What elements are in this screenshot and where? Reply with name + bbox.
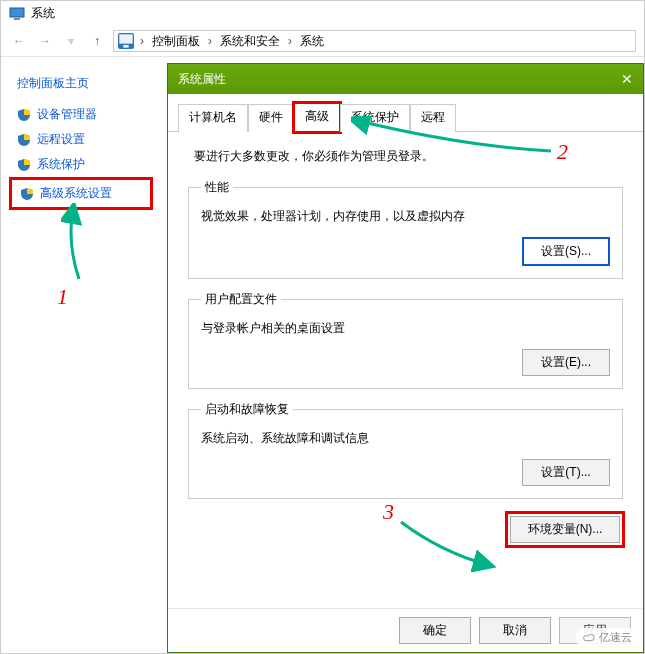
breadcrumb-item[interactable]: 控制面板 <box>150 33 202 50</box>
annotation-arrow-1 <box>61 203 91 283</box>
group-startup-desc: 系统启动、系统故障和调试信息 <box>201 428 610 459</box>
group-user-profiles-desc: 与登录帐户相关的桌面设置 <box>201 318 610 349</box>
performance-settings-button[interactable]: 设置(S)... <box>522 237 610 266</box>
dropdown-history-icon[interactable]: ▾ <box>61 31 81 51</box>
sidebar-item-label: 高级系统设置 <box>40 185 112 202</box>
user-profiles-settings-button[interactable]: 设置(E)... <box>522 349 610 376</box>
computer-icon <box>9 6 25 22</box>
annotation-highlight-3: 环境变量(N)... <box>505 511 625 548</box>
svg-rect-1 <box>14 18 20 20</box>
svg-rect-3 <box>123 45 128 48</box>
annotation-number-3: 3 <box>383 499 394 525</box>
svg-rect-2 <box>119 34 132 43</box>
group-startup-legend: 启动和故障恢复 <box>201 401 293 418</box>
monitor-icon <box>118 33 134 49</box>
group-user-profiles: 用户配置文件 与登录帐户相关的桌面设置 设置(E)... <box>188 291 623 389</box>
sidebar-item-label: 系统保护 <box>37 156 85 173</box>
group-performance-desc: 视觉效果，处理器计划，内存使用，以及虚拟内存 <box>201 206 610 237</box>
sidebar-item-remote-settings[interactable]: 远程设置 <box>11 127 151 152</box>
group-startup-recovery: 启动和故障恢复 系统启动、系统故障和调试信息 设置(T)... <box>188 401 623 499</box>
breadcrumb[interactable]: › 控制面板 › 系统和安全 › 系统 <box>113 30 636 52</box>
annotation-arrow-3 <box>396 517 496 572</box>
group-performance-legend: 性能 <box>201 179 233 196</box>
tab-computer-name[interactable]: 计算机名 <box>178 104 248 132</box>
watermark-label: 亿速云 <box>599 630 632 645</box>
shield-icon <box>17 133 31 147</box>
group-performance: 性能 视觉效果，处理器计划，内存使用，以及虚拟内存 设置(S)... <box>188 179 623 279</box>
up-arrow-icon[interactable]: ↑ <box>87 31 107 51</box>
chevron-right-icon: › <box>204 34 216 48</box>
control-panel-home-link[interactable]: 控制面板主页 <box>11 69 151 102</box>
tab-hardware[interactable]: 硬件 <box>248 104 294 132</box>
shield-icon <box>17 158 31 172</box>
sidebar-item-system-protection[interactable]: 系统保护 <box>11 152 151 177</box>
window-title: 系统 <box>31 5 55 22</box>
environment-variables-button[interactable]: 环境变量(N)... <box>510 516 620 543</box>
annotation-number-1: 1 <box>57 284 68 310</box>
shield-icon <box>20 187 34 201</box>
tab-advanced[interactable]: 高级 <box>294 103 340 132</box>
forward-arrow-icon[interactable]: → <box>35 31 55 51</box>
group-user-profiles-legend: 用户配置文件 <box>201 291 281 308</box>
startup-settings-button[interactable]: 设置(T)... <box>522 459 610 486</box>
svg-rect-0 <box>10 8 24 17</box>
watermark: 亿速云 <box>576 628 638 647</box>
close-icon[interactable]: ✕ <box>621 71 633 87</box>
sidebar-item-device-manager[interactable]: 设备管理器 <box>11 102 151 127</box>
chevron-right-icon: › <box>136 34 148 48</box>
chevron-right-icon: › <box>284 34 296 48</box>
annotation-arrow-2 <box>351 116 561 161</box>
sidebar-item-label: 设备管理器 <box>37 106 97 123</box>
back-arrow-icon[interactable]: ← <box>9 31 29 51</box>
shield-icon <box>17 108 31 122</box>
cancel-button[interactable]: 取消 <box>479 617 551 644</box>
breadcrumb-item[interactable]: 系统 <box>298 33 326 50</box>
ok-button[interactable]: 确定 <box>399 617 471 644</box>
dialog-title: 系统属性 <box>178 71 226 88</box>
sidebar-item-label: 远程设置 <box>37 131 85 148</box>
breadcrumb-item[interactable]: 系统和安全 <box>218 33 282 50</box>
